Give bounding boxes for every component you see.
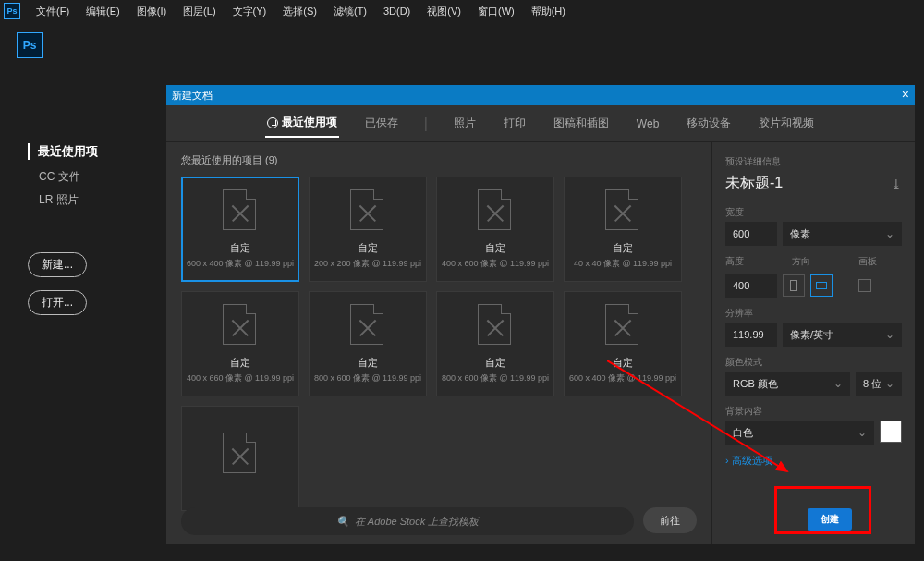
preset-item[interactable]: 自定800 x 600 像素 @ 119.99 ppi — [309, 291, 427, 396]
tab-film[interactable]: 胶片和视频 — [757, 110, 816, 137]
presets-area: 您最近使用的项目 (9) 自定600 x 400 像素 @ 119.99 ppi… — [166, 142, 711, 544]
height-input[interactable] — [725, 274, 777, 298]
background-label: 背景内容 — [725, 405, 902, 418]
ps-logo-icon: Ps — [17, 32, 43, 58]
home-sidebar: 最近使用项 CC 文件 LR 照片 新建... 打开... — [28, 143, 157, 315]
preset-name: 自定 — [485, 241, 505, 255]
menu-help[interactable]: 帮助(H) — [523, 5, 574, 18]
save-preset-icon[interactable]: ⤓ — [891, 177, 902, 191]
document-icon — [350, 189, 385, 230]
advanced-options-toggle[interactable]: › 高级选项 — [725, 454, 902, 468]
menu-edit[interactable]: 编辑(E) — [78, 5, 128, 18]
preset-item[interactable]: 自定400 x 660 像素 @ 119.99 ppi — [181, 291, 299, 396]
preset-dimensions: 800 x 600 像素 @ 119.99 ppi — [442, 372, 549, 384]
tab-mobile[interactable]: 移动设备 — [685, 110, 733, 137]
background-select[interactable]: 白色 — [725, 421, 874, 445]
unit-select[interactable]: 像素 — [783, 222, 902, 246]
height-label: 高度 — [725, 255, 777, 268]
preset-name: 自定 — [230, 356, 250, 370]
sidebar-recent[interactable]: 最近使用项 — [28, 143, 157, 160]
preset-dimensions: 800 x 600 像素 @ 119.99 ppi — [314, 372, 421, 384]
preset-dimensions: 400 x 660 像素 @ 119.99 ppi — [187, 372, 294, 384]
preset-dimensions: 600 x 400 像素 @ 119.99 ppi — [569, 372, 676, 384]
go-button[interactable]: 前往 — [643, 507, 697, 533]
tab-print[interactable]: 打印 — [502, 110, 528, 137]
preset-item[interactable]: 自定40 x 40 像素 @ 119.99 ppi — [564, 177, 682, 282]
details-heading: 预设详细信息 — [725, 155, 902, 168]
menu-3d[interactable]: 3D(D) — [375, 6, 419, 17]
preset-item[interactable]: 自定600 x 400 像素 @ 119.99 ppi — [181, 177, 299, 282]
preset-item[interactable]: 自定600 x 400 像素 @ 119.99 ppi — [564, 291, 682, 396]
preset-name: 自定 — [358, 356, 378, 370]
menu-window[interactable]: 窗口(W) — [469, 5, 523, 18]
preset-item[interactable]: 自定400 x 600 像素 @ 119.99 ppi — [436, 177, 554, 282]
orientation-landscape[interactable] — [810, 274, 833, 297]
menu-view[interactable]: 视图(V) — [419, 5, 469, 18]
tab-photo[interactable]: 照片 — [452, 110, 478, 137]
menu-select[interactable]: 选择(S) — [274, 5, 325, 18]
resolution-label: 分辨率 — [725, 307, 902, 320]
dialog-titlebar: 新建文档 × — [166, 85, 915, 105]
document-icon — [478, 304, 513, 345]
stock-search-input[interactable]: 🔍 在 Adobe Stock 上查找模板 — [181, 507, 634, 535]
background-swatch[interactable] — [880, 421, 902, 443]
preset-name: 自定 — [613, 356, 633, 370]
create-button[interactable]: 创建 — [808, 508, 852, 531]
color-mode-label: 颜色模式 — [725, 356, 902, 369]
preset-dimensions: 600 x 400 像素 @ 119.99 ppi — [187, 258, 294, 270]
preset-details-panel: 预设详细信息 未标题-1 ⤓ 宽度 像素 高度 方向 画板 — [711, 142, 915, 544]
document-icon — [478, 189, 513, 230]
tab-art[interactable]: 图稿和插图 — [552, 110, 611, 137]
search-icon: 🔍 — [336, 516, 349, 528]
menu-bar: Ps 文件(F) 编辑(E) 图像(I) 图层(L) 文字(Y) 选择(S) 滤… — [0, 0, 924, 22]
menu-file[interactable]: 文件(F) — [28, 5, 78, 18]
menu-type[interactable]: 文字(Y) — [225, 5, 275, 18]
preset-dimensions: 400 x 600 像素 @ 119.99 ppi — [442, 258, 549, 270]
preset-name: 自定 — [230, 241, 250, 255]
preset-dimensions: 40 x 40 像素 @ 119.99 ppi — [574, 258, 672, 270]
width-input[interactable] — [725, 222, 777, 246]
menu-filter[interactable]: 滤镜(T) — [325, 5, 375, 18]
logo-row: Ps — [0, 22, 924, 68]
sidebar-lr-photos[interactable]: LR 照片 — [28, 192, 157, 208]
dialog-tabs: 最近使用项 已保存 | 照片 打印 图稿和插图 Web 移动设备 胶片和视频 — [166, 105, 915, 142]
new-button[interactable]: 新建... — [28, 252, 87, 277]
document-name[interactable]: 未标题-1 — [725, 174, 783, 193]
resolution-unit-select[interactable]: 像素/英寸 — [783, 323, 902, 347]
preset-name: 自定 — [358, 241, 378, 255]
tab-web[interactable]: Web — [635, 112, 661, 136]
tab-saved[interactable]: 已保存 — [363, 110, 400, 137]
presets-heading: 您最近使用的项目 (9) — [181, 153, 697, 167]
artboard-label: 画板 — [858, 255, 877, 268]
preset-item[interactable] — [181, 406, 299, 511]
color-mode-select[interactable]: RGB 颜色 — [725, 372, 850, 396]
resolution-input[interactable] — [725, 323, 777, 347]
preset-name: 自定 — [613, 241, 633, 255]
menu-layer[interactable]: 图层(L) — [175, 5, 224, 18]
document-icon — [350, 304, 385, 345]
document-icon — [605, 189, 640, 230]
document-icon — [605, 304, 640, 345]
sidebar-cc-files[interactable]: CC 文件 — [28, 169, 157, 185]
document-icon — [223, 189, 258, 230]
ps-logo-icon: Ps — [4, 3, 20, 19]
preset-item[interactable]: 自定200 x 200 像素 @ 119.99 ppi — [309, 177, 427, 282]
close-icon[interactable]: × — [902, 87, 909, 102]
document-icon — [223, 304, 258, 345]
artboard-checkbox[interactable] — [858, 279, 871, 292]
tab-recent[interactable]: 最近使用项 — [265, 109, 339, 138]
document-icon — [223, 433, 258, 473]
tab-separator: | — [424, 116, 428, 132]
dialog-title-text: 新建文档 — [172, 89, 213, 103]
clock-icon — [267, 117, 278, 128]
preset-dimensions: 200 x 200 像素 @ 119.99 ppi — [314, 258, 421, 270]
open-button[interactable]: 打开... — [28, 290, 87, 315]
width-label: 宽度 — [725, 206, 902, 219]
new-document-dialog: 新建文档 × 最近使用项 已保存 | 照片 打印 图稿和插图 Web 移动设备 … — [166, 85, 915, 544]
preset-item[interactable]: 自定800 x 600 像素 @ 119.99 ppi — [436, 291, 554, 396]
orientation-label: 方向 — [792, 255, 844, 268]
orientation-portrait[interactable] — [783, 274, 805, 297]
bit-depth-select[interactable]: 8 位 — [856, 372, 902, 396]
preset-name: 自定 — [485, 356, 505, 370]
menu-image[interactable]: 图像(I) — [128, 5, 175, 18]
